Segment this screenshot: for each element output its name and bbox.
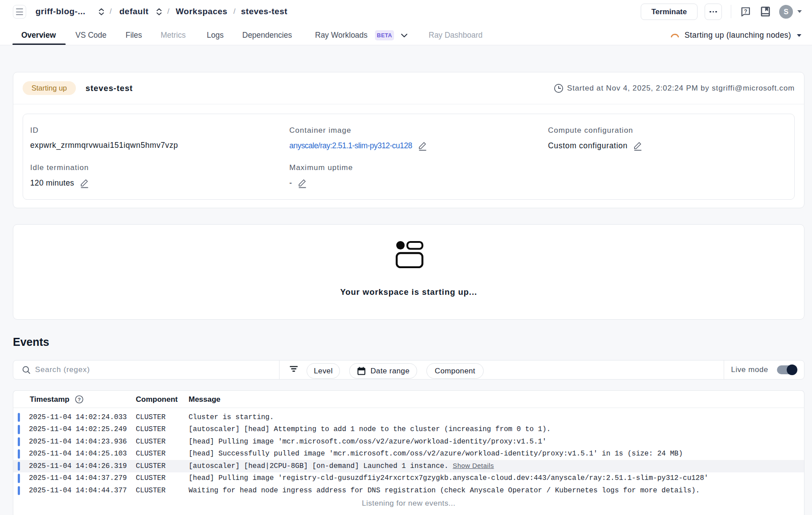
svg-text:?: ?	[744, 8, 747, 15]
svg-text:?: ?	[78, 397, 81, 402]
